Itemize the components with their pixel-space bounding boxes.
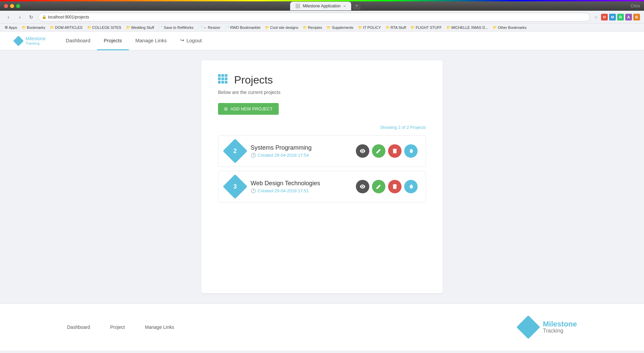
bookmark-supplements[interactable]: 📁Supplements bbox=[325, 25, 355, 30]
bookmark-rwd[interactable]: 📄RWD Bookmarklet bbox=[223, 25, 262, 30]
minimize-window-button[interactable] bbox=[10, 4, 14, 8]
project-row: 3 Web Design Technologies 🕐 Created 29-0… bbox=[218, 171, 426, 202]
bookmark-rta[interactable]: 📁RTA Stuff bbox=[384, 25, 408, 30]
edit-project-1-button[interactable] bbox=[372, 144, 385, 158]
ext-3[interactable]: R bbox=[617, 14, 624, 20]
bookmark-dom[interactable]: 📁DOM ARTICLES bbox=[48, 25, 85, 30]
page-header: Projects bbox=[218, 74, 426, 86]
project-id-1: 2 bbox=[233, 147, 237, 154]
browser-titlebar: Milestone Application ✕ + Chris bbox=[0, 1, 644, 11]
page-subtitle: Below are the current projects bbox=[218, 90, 426, 95]
bookmark-michelle[interactable]: 📁MICHELLE XMAS D... bbox=[444, 25, 490, 30]
browser-chrome: Milestone Application ✕ + Chris ‹ › ↻ 🔒 … bbox=[0, 0, 644, 32]
ext-4[interactable]: A bbox=[625, 14, 632, 20]
clock-icon-1: 🕐 bbox=[251, 153, 256, 158]
projects-grid-icon bbox=[218, 74, 229, 86]
project-actions-2 bbox=[356, 180, 418, 193]
security-icon: 🔒 bbox=[42, 15, 47, 19]
add-project-icon: ⊞ bbox=[224, 106, 228, 111]
tab-title: Milestone Application bbox=[303, 4, 341, 8]
bookmarks-bar: ⊞ Apps 📁Bookmarks 📁DOM ARTICLES 📁COLLEGE… bbox=[0, 23, 644, 32]
bookmark-college[interactable]: 📁COLLEGE SITES bbox=[85, 25, 123, 30]
project-info-1: Systems Programming 🕐 Created 29-04-2018… bbox=[251, 144, 349, 158]
browser-extensions: H M R A B bbox=[601, 14, 640, 20]
project-row: 2 Systems Programming 🕐 Created 29-04-20… bbox=[218, 135, 426, 167]
ext-1[interactable]: H bbox=[601, 14, 608, 20]
bookmark-resizer[interactable]: 📄↔ Resizer bbox=[196, 25, 222, 30]
page-title: Projects bbox=[234, 74, 273, 86]
footer-link-project[interactable]: Project bbox=[110, 324, 125, 330]
forward-button[interactable]: › bbox=[15, 13, 24, 21]
bookmark-cool[interactable]: 📁Cool site designs bbox=[263, 25, 300, 30]
back-button[interactable]: ‹ bbox=[4, 13, 13, 21]
browser-tab[interactable]: Milestone Application ✕ bbox=[290, 2, 352, 10]
project-date-1: 🕐 Created 29-04-2018 17:54 bbox=[251, 153, 349, 158]
project-badge-1: 2 bbox=[223, 139, 248, 163]
view-project-1-button[interactable] bbox=[356, 144, 369, 158]
svg-rect-2 bbox=[225, 74, 227, 77]
project-name-1: Systems Programming bbox=[251, 144, 349, 151]
svg-rect-4 bbox=[221, 78, 224, 80]
svg-rect-5 bbox=[225, 78, 227, 80]
footer-brand-text: Milestone Tracking bbox=[543, 320, 577, 334]
footer-links: Dashboard Project Manage Links bbox=[67, 324, 174, 330]
project-actions-1 bbox=[356, 144, 418, 158]
add-project-button[interactable]: ⊞ ADD NEW PROJECT bbox=[218, 103, 279, 115]
edit-project-2-button[interactable] bbox=[372, 180, 385, 193]
footer-diamond-icon bbox=[516, 315, 540, 339]
logout-icon: ↪ bbox=[180, 37, 184, 43]
url-text: localhost:9001/projects bbox=[48, 15, 89, 19]
bookmark-star-icon[interactable]: ☆ bbox=[594, 14, 598, 20]
bookmark-it[interactable]: 📁IT POLICY bbox=[356, 25, 383, 30]
settings-project-1-button[interactable] bbox=[404, 144, 418, 158]
ext-2[interactable]: M bbox=[609, 14, 616, 20]
svg-rect-3 bbox=[218, 78, 221, 80]
delete-project-2-button[interactable] bbox=[388, 180, 401, 193]
view-project-2-button[interactable] bbox=[356, 180, 369, 193]
nav-manage-links[interactable]: Manage Links bbox=[129, 32, 173, 50]
tab-favicon bbox=[296, 4, 300, 8]
footer-brand: Milestone Tracking bbox=[518, 317, 577, 337]
apps-icon: ⊞ bbox=[5, 25, 8, 30]
showing-count: Showing 2 of 2 Projects bbox=[218, 125, 426, 130]
reload-button[interactable]: ↻ bbox=[27, 13, 36, 21]
bookmark-recipies[interactable]: 📁Recipies bbox=[301, 25, 324, 30]
bookmark-bookmarks[interactable]: 📁Bookmarks bbox=[20, 25, 47, 30]
brand-text: Milestone Tracking bbox=[25, 36, 46, 46]
delete-project-1-button[interactable] bbox=[388, 144, 401, 158]
svg-rect-7 bbox=[221, 81, 224, 84]
footer-link-dashboard[interactable]: Dashboard bbox=[67, 324, 90, 330]
maximize-window-button[interactable] bbox=[16, 4, 20, 8]
bookmark-apps[interactable]: ⊞ Apps bbox=[3, 24, 19, 30]
nav-logout[interactable]: ↪ Logout bbox=[173, 32, 209, 50]
bookmark-flight[interactable]: 📁FLIGHT STUFF bbox=[409, 25, 443, 30]
bookmark-other[interactable]: 📁Other Bookmarks bbox=[491, 25, 529, 30]
close-window-button[interactable] bbox=[4, 4, 8, 8]
svg-rect-6 bbox=[218, 81, 221, 84]
bookmark-refworks[interactable]: 📄Save to RefWorks bbox=[157, 25, 195, 30]
content-card: Projects Below are the current projects … bbox=[201, 60, 443, 293]
settings-project-2-button[interactable] bbox=[404, 180, 418, 193]
new-tab-button[interactable]: + bbox=[353, 2, 361, 10]
project-name-2: Web Design Technologies bbox=[251, 180, 349, 187]
app-navbar: Milestone Tracking Dashboard Projects Ma… bbox=[0, 32, 644, 50]
navbar-brand[interactable]: Milestone Tracking bbox=[13, 36, 46, 46]
bookmark-wedding[interactable]: 📁Wedding Stuff bbox=[124, 25, 156, 30]
ext-5[interactable]: B bbox=[633, 14, 640, 20]
main-content: Projects Below are the current projects … bbox=[0, 50, 644, 303]
clock-icon-2: 🕐 bbox=[251, 188, 256, 193]
nav-links: Dashboard Projects Manage Links ↪ Logout bbox=[59, 32, 631, 50]
tab-close-button[interactable]: ✕ bbox=[343, 4, 346, 8]
nav-projects[interactable]: Projects bbox=[97, 32, 128, 50]
browser-user: Chris bbox=[631, 4, 640, 8]
site-footer: Dashboard Project Manage Links Milestone… bbox=[0, 303, 644, 351]
browser-toolbar: ‹ › ↻ 🔒 localhost:9001/projects ☆ H M R … bbox=[0, 11, 644, 23]
nav-dashboard[interactable]: Dashboard bbox=[59, 32, 97, 50]
svg-rect-1 bbox=[221, 74, 224, 77]
svg-rect-8 bbox=[225, 81, 227, 84]
project-info-2: Web Design Technologies 🕐 Created 29-04-… bbox=[251, 180, 349, 193]
project-date-2: 🕐 Created 29-04-2018 17:51 bbox=[251, 188, 349, 193]
address-bar[interactable]: 🔒 localhost:9001/projects bbox=[38, 13, 590, 21]
footer-link-manage-links[interactable]: Manage Links bbox=[145, 324, 174, 330]
project-badge-2: 3 bbox=[223, 174, 248, 199]
